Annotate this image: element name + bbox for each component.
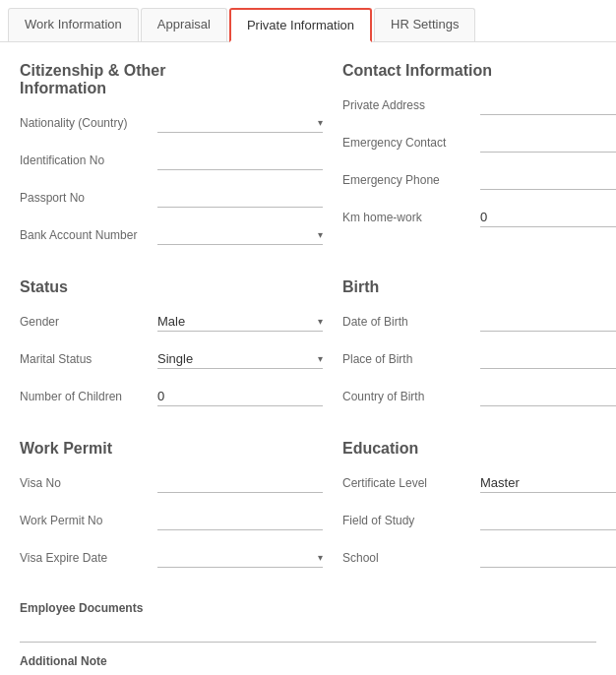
school-label: School [342, 551, 480, 565]
children-row: Number of Children [20, 383, 323, 410]
status-section: Status Gender Male Female Other ▾ Marita… [20, 278, 323, 420]
school-row: School [342, 544, 616, 572]
visa-expire-date-dropdown-icon: ▾ [318, 552, 323, 563]
work-permit-no-input[interactable] [157, 511, 323, 530]
field-of-study-row: Field of Study [342, 507, 616, 534]
certificate-level-select[interactable]: Master Bachelor PhD Other [480, 473, 616, 492]
emergency-phone-label: Emergency Phone [342, 173, 480, 187]
section-row-2: Status Gender Male Female Other ▾ Marita… [20, 278, 596, 420]
bank-account-dropdown-icon: ▾ [318, 229, 323, 240]
country-of-birth-row: Country of Birth ▾ [342, 383, 616, 410]
visa-expire-date-select-wrapper[interactable]: ▾ [157, 548, 323, 568]
private-address-row: Private Address ▾ [342, 92, 616, 119]
birth-section: Birth Date of Birth ▾ Place of Birth Cou… [342, 278, 616, 420]
km-home-work-label: Km home-work [342, 211, 480, 224]
children-input[interactable] [157, 387, 323, 406]
contact-section: Contact Information Private Address ▾ Em… [342, 62, 616, 259]
identification-label: Identification No [20, 153, 157, 167]
education-title: Education [342, 440, 616, 458]
date-of-birth-row: Date of Birth ▾ [342, 308, 616, 336]
date-of-birth-select-wrapper[interactable]: ▾ [480, 312, 616, 332]
nationality-select[interactable] [157, 113, 316, 132]
visa-no-input[interactable] [157, 473, 323, 493]
country-of-birth-label: Country of Birth [342, 390, 480, 403]
passport-row: Passport No [20, 184, 323, 212]
birth-title: Birth [342, 278, 616, 296]
employee-documents-input[interactable] [20, 619, 596, 643]
km-home-work-input[interactable] [480, 208, 616, 227]
additional-note-row: Additional Note [20, 654, 596, 675]
bank-account-row: Bank Account Number ▾ [20, 221, 323, 249]
marital-status-dropdown-icon: ▾ [318, 353, 323, 364]
emergency-contact-row: Emergency Contact [342, 129, 616, 156]
gender-dropdown-icon: ▾ [318, 316, 323, 327]
nationality-dropdown-icon: ▾ [318, 117, 323, 128]
work-permit-no-row: Work Permit No [20, 507, 323, 534]
country-of-birth-select[interactable] [480, 387, 616, 405]
certificate-level-select-wrapper[interactable]: Master Bachelor PhD Other ▾ [480, 473, 616, 493]
place-of-birth-label: Place of Birth [342, 352, 480, 366]
marital-status-select-wrapper[interactable]: Single Married ▾ [157, 349, 323, 369]
section-row-3: Work Permit Visa No Work Permit No Visa … [20, 440, 596, 582]
tab-bar: Work Information Appraisal Private Infor… [0, 0, 616, 42]
gender-select[interactable]: Male Female Other [157, 312, 316, 331]
bank-account-select[interactable] [157, 225, 316, 244]
main-content: Citizenship & OtherInformation Nationali… [0, 42, 616, 675]
gender-label: Gender [20, 315, 157, 329]
bank-account-select-wrapper[interactable]: ▾ [157, 225, 323, 245]
passport-input[interactable] [157, 188, 323, 208]
tab-appraisal[interactable]: Appraisal [141, 8, 227, 41]
work-permit-title: Work Permit [20, 440, 323, 458]
place-of-birth-row: Place of Birth [342, 345, 616, 373]
certificate-level-row: Certificate Level Master Bachelor PhD Ot… [342, 469, 616, 497]
date-of-birth-select[interactable] [480, 312, 616, 331]
citizenship-section: Citizenship & OtherInformation Nationali… [20, 62, 323, 259]
gender-row: Gender Male Female Other ▾ [20, 308, 323, 336]
country-of-birth-select-wrapper[interactable]: ▾ [480, 387, 616, 406]
children-label: Number of Children [20, 390, 157, 403]
education-section: Education Certificate Level Master Bache… [342, 440, 616, 582]
visa-expire-date-label: Visa Expire Date [20, 551, 157, 565]
emergency-contact-input[interactable] [480, 133, 616, 153]
gender-select-wrapper[interactable]: Male Female Other ▾ [157, 312, 323, 332]
emergency-contact-label: Emergency Contact [342, 136, 480, 150]
additional-note-label: Additional Note [20, 654, 596, 668]
nationality-select-wrapper[interactable]: ▾ [157, 113, 323, 133]
tab-private-information[interactable]: Private Information [229, 8, 372, 42]
date-of-birth-label: Date of Birth [342, 315, 480, 329]
visa-no-row: Visa No [20, 469, 323, 497]
identification-row: Identification No [20, 147, 323, 174]
private-address-select-wrapper[interactable]: ▾ [480, 95, 616, 115]
visa-no-label: Visa No [20, 476, 157, 490]
identification-input[interactable] [157, 151, 323, 170]
visa-expire-date-row: Visa Expire Date ▾ [20, 544, 323, 572]
employee-documents-label: Employee Documents [20, 601, 596, 615]
emergency-phone-row: Emergency Phone [342, 166, 616, 194]
private-address-select[interactable] [480, 95, 616, 114]
status-title: Status [20, 278, 323, 296]
bank-account-label: Bank Account Number [20, 228, 157, 242]
tab-hr-settings[interactable]: HR Settings [374, 8, 475, 41]
marital-status-label: Marital Status [20, 352, 157, 366]
section-row-1: Citizenship & OtherInformation Nationali… [20, 62, 596, 259]
contact-title: Contact Information [342, 62, 616, 80]
field-of-study-label: Field of Study [342, 514, 480, 527]
emergency-phone-input[interactable] [480, 170, 616, 190]
employee-documents-row: Employee Documents [20, 601, 596, 643]
work-permit-section: Work Permit Visa No Work Permit No Visa … [20, 440, 323, 582]
school-input[interactable] [480, 548, 616, 568]
certificate-level-label: Certificate Level [342, 476, 480, 490]
marital-status-row: Marital Status Single Married ▾ [20, 345, 323, 373]
marital-status-select[interactable]: Single Married [157, 349, 316, 368]
place-of-birth-input[interactable] [480, 349, 616, 369]
tab-work-information[interactable]: Work Information [8, 8, 139, 41]
visa-expire-date-select[interactable] [157, 548, 316, 567]
km-home-work-row: Km home-work [342, 204, 616, 231]
field-of-study-input[interactable] [480, 511, 616, 530]
passport-label: Passport No [20, 191, 157, 205]
nationality-row: Nationality (Country) ▾ [20, 109, 323, 137]
citizenship-title: Citizenship & OtherInformation [20, 62, 323, 97]
work-permit-no-label: Work Permit No [20, 514, 157, 527]
private-address-label: Private Address [342, 98, 480, 112]
nationality-label: Nationality (Country) [20, 116, 157, 130]
